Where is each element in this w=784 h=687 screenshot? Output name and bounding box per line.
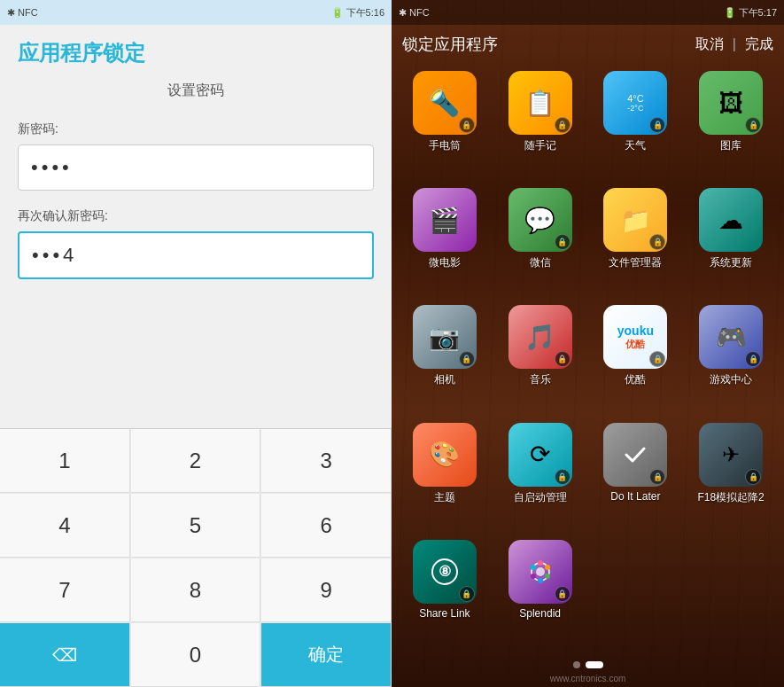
app-icon-wrap-notes: 📋 🔒	[508, 71, 572, 135]
app-item-youku[interactable]: youku 优酷 🔒 优酷	[592, 305, 680, 415]
confirm-password-input[interactable]: •••4	[18, 231, 374, 279]
app-icon-wrap-weather: 4°C -2°C 🔒	[603, 71, 667, 135]
numpad: 1 2 3 4 5 6 7 8 9 ⌫ 0 确定	[0, 428, 392, 687]
app-grid: 🔦 🔒 手电筒 📋 🔒 随手记 4°C -2°C 🔒 天气	[392, 64, 784, 654]
app-icon-wrap-music: 🎵 🔒	[508, 305, 572, 369]
games-label: 游戏中心	[710, 372, 752, 387]
right-panel: ✱ NFC 🔋 下午5:17 锁定应用程序 取消 | 完成 🔦 🔒 手电筒 📋 …	[392, 0, 784, 687]
app-item-games[interactable]: 🎮 🔒 游戏中心	[687, 305, 775, 415]
app-item-theme[interactable]: 🎨 主题	[400, 423, 489, 533]
key-7[interactable]: 7	[0, 558, 130, 622]
confirm-password-label: 再次确认新密码:	[0, 201, 392, 228]
files-label: 文件管理器	[609, 255, 662, 270]
cancel-button[interactable]: 取消	[695, 35, 724, 54]
svg-point-9	[531, 565, 536, 570]
lock-badge-notes: 🔒	[555, 117, 571, 133]
update-icon: ☁	[699, 188, 763, 252]
app-icon-wrap-doitlater: 🔒	[603, 423, 667, 487]
app-icon-wrap-camera: 📷 🔒	[413, 305, 477, 369]
app-icon-wrap-youku: youku 优酷 🔒	[603, 305, 667, 369]
app-icon-wrap-update: ☁	[699, 188, 763, 252]
lock-badge-autostart: 🔒	[555, 469, 571, 485]
app-item-notes[interactable]: 📋 🔒 随手记	[496, 71, 585, 181]
key-0[interactable]: 0	[131, 623, 261, 687]
key-2[interactable]: 2	[131, 429, 261, 493]
wechat-label: 微信	[530, 255, 551, 270]
app-item-f18[interactable]: ✈ 🔒 F18模拟起降2	[687, 423, 775, 533]
app-icon-wrap-autostart: ⟳ 🔒	[508, 423, 572, 487]
key-backspace[interactable]: ⌫	[0, 623, 130, 687]
autostart-label: 自启动管理	[514, 490, 567, 505]
done-button[interactable]: 完成	[745, 35, 773, 54]
key-8[interactable]: 8	[131, 558, 261, 622]
app-item-flashlight[interactable]: 🔦 🔒 手电筒	[400, 71, 489, 181]
key-1[interactable]: 1	[0, 429, 130, 493]
app-item-sharelink[interactable]: ⑧ 🔒 Share Link	[400, 540, 489, 647]
lock-badge-gallery: 🔒	[745, 117, 761, 133]
camera-label: 相机	[434, 372, 455, 387]
app-icon-wrap-gallery: 🖼 🔒	[699, 71, 763, 135]
app-item-splendid[interactable]: 🔒 Splendid	[496, 540, 585, 647]
weather-label: 天气	[625, 138, 646, 153]
svg-point-7	[538, 578, 543, 583]
dot-1[interactable]	[573, 661, 580, 668]
music-label: 音乐	[530, 372, 551, 387]
key-6[interactable]: 6	[261, 494, 392, 558]
app-item-gallery[interactable]: 🖼 🔒 图库	[687, 71, 775, 181]
youku-label: 优酷	[625, 372, 646, 387]
f18-label: F18模拟起降2	[697, 490, 764, 505]
lock-badge-f18: 🔒	[745, 469, 761, 485]
app-item-wechat[interactable]: 💬 🔒 微信	[496, 188, 585, 298]
status-bar-left: ✱ NFC 🔋 下午5:16	[0, 0, 392, 25]
app-item-update[interactable]: ☁ 系统更新	[687, 188, 775, 298]
status-left-icons: ✱ NFC	[7, 7, 38, 19]
lock-badge-sharelink: 🔒	[459, 586, 475, 602]
key-9[interactable]: 9	[261, 558, 392, 622]
key-4[interactable]: 4	[0, 494, 130, 558]
lock-badge-splendid: 🔒	[555, 586, 571, 602]
app-icon-wrap-video: 🎬	[413, 188, 477, 252]
svg-point-6	[545, 574, 550, 579]
app-icon-wrap-games: 🎮 🔒	[699, 305, 763, 369]
doitlater-label: Do It Later	[610, 490, 660, 503]
app-item-doitlater[interactable]: 🔒 Do It Later	[592, 423, 680, 533]
video-icon: 🎬	[413, 188, 477, 252]
key-confirm[interactable]: 确定	[261, 623, 392, 687]
right-header: 锁定应用程序 取消 | 完成	[392, 25, 784, 64]
app-title: 应用程序锁定	[0, 25, 392, 74]
dot-2-active[interactable]	[586, 661, 603, 668]
splendid-label: Splendid	[519, 607, 561, 620]
app-item-video[interactable]: 🎬 微电影	[400, 188, 489, 298]
svg-text:⑧: ⑧	[439, 564, 451, 579]
app-item-files[interactable]: 📁 🔒 文件管理器	[592, 188, 680, 298]
watermark: www.cntronics.com	[392, 672, 784, 687]
lock-apps-title: 锁定应用程序	[402, 34, 498, 55]
new-password-label: 新密码:	[0, 114, 392, 141]
new-password-input[interactable]: ••••	[18, 144, 374, 191]
svg-point-4	[538, 560, 543, 566]
svg-point-5	[545, 565, 550, 570]
app-item-music[interactable]: 🎵 🔒 音乐	[496, 305, 585, 415]
set-password-subtitle: 设置密码	[0, 74, 392, 114]
theme-label: 主题	[434, 490, 455, 505]
status-right-right-icons: 🔋 下午5:17	[724, 6, 777, 20]
header-actions: 取消 | 完成	[695, 35, 773, 54]
app-icon-wrap-wechat: 💬 🔒	[508, 188, 572, 252]
update-label: 系统更新	[710, 255, 752, 270]
key-5[interactable]: 5	[131, 494, 261, 558]
app-icon-wrap-splendid: 🔒	[508, 540, 572, 604]
theme-icon: 🎨	[413, 423, 477, 487]
app-icon-wrap-f18: ✈ 🔒	[699, 423, 763, 487]
header-divider: |	[733, 36, 736, 52]
pagination	[392, 654, 784, 672]
app-icon-wrap-flashlight: 🔦 🔒	[413, 71, 477, 135]
lock-badge-flashlight: 🔒	[459, 117, 475, 133]
status-bar-right: ✱ NFC 🔋 下午5:17	[392, 0, 784, 25]
app-icon-wrap-sharelink: ⑧ 🔒	[413, 540, 477, 604]
status-right-icons: 🔋 下午5:16	[331, 6, 384, 20]
key-3[interactable]: 3	[261, 429, 392, 493]
app-item-camera[interactable]: 📷 🔒 相机	[400, 305, 489, 415]
app-item-autostart[interactable]: ⟳ 🔒 自启动管理	[496, 423, 585, 533]
lock-badge-music: 🔒	[555, 351, 571, 367]
app-item-weather[interactable]: 4°C -2°C 🔒 天气	[592, 71, 680, 181]
